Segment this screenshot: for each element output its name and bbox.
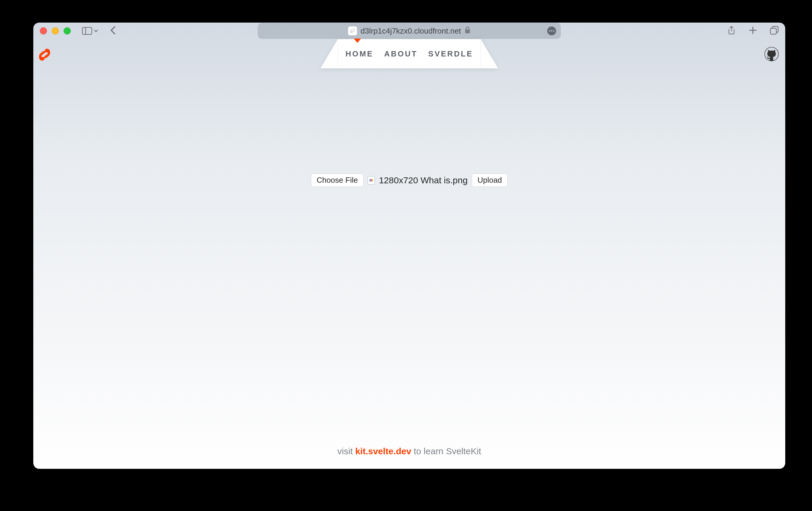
main-nav: HOME ABOUT SVERDLE <box>320 39 498 68</box>
nav-link-sverdle[interactable]: SVERDLE <box>428 49 474 59</box>
minimize-window-button[interactable] <box>52 27 59 34</box>
svelte-logo[interactable] <box>38 47 51 62</box>
nav-wing-left <box>320 39 338 68</box>
traffic-lights <box>40 27 71 34</box>
address-bar-url: d3lrp1c4j7kzx0.cloudfront.net <box>360 26 461 36</box>
maximize-window-button[interactable] <box>64 27 71 34</box>
footer-suffix: to learn SvelteKit <box>411 446 481 456</box>
new-tab-button[interactable] <box>748 26 757 36</box>
footer-link[interactable]: kit.svelte.dev <box>355 446 411 456</box>
sidebar-icon <box>82 27 92 35</box>
file-input-group[interactable]: Choose File 1280x720 What is.png <box>311 174 467 187</box>
svg-rect-2 <box>465 29 470 33</box>
back-button[interactable] <box>110 26 117 36</box>
plus-icon <box>748 26 757 35</box>
sidebar-toggle-button[interactable] <box>82 27 98 35</box>
upload-form: Choose File 1280x720 What is.png Upload <box>311 174 508 187</box>
svg-rect-3 <box>771 28 776 34</box>
nav-link-home[interactable]: HOME <box>345 49 374 59</box>
browser-window: d3lrp1c4j7kzx0.cloudfront.net <box>33 23 785 469</box>
nav-active-indicator <box>354 39 361 43</box>
svg-rect-0 <box>82 27 92 34</box>
chevron-down-icon <box>94 29 98 33</box>
chevron-left-icon <box>110 26 117 35</box>
choose-file-button[interactable]: Choose File <box>311 174 364 187</box>
nav-link-about[interactable]: ABOUT <box>383 49 418 59</box>
browser-right-controls <box>727 26 779 36</box>
selected-filename: 1280x720 What is.png <box>379 175 468 185</box>
github-link[interactable] <box>764 47 779 61</box>
footer: visit kit.svelte.dev to learn SvelteKit <box>33 446 785 456</box>
tabs-overview-button[interactable] <box>770 26 779 36</box>
site-favicon <box>348 26 357 35</box>
share-button[interactable] <box>727 26 736 36</box>
close-window-button[interactable] <box>40 27 47 34</box>
upload-button[interactable]: Upload <box>472 174 508 187</box>
address-bar[interactable]: d3lrp1c4j7kzx0.cloudfront.net <box>258 23 561 39</box>
nav-body: HOME ABOUT SVERDLE <box>338 39 481 68</box>
share-icon <box>727 26 736 35</box>
footer-prefix: visit <box>337 446 355 456</box>
browser-toolbar: d3lrp1c4j7kzx0.cloudfront.net <box>33 23 785 39</box>
tabs-icon <box>770 26 779 35</box>
nav-wing-right <box>481 39 498 68</box>
svelte-icon <box>350 28 355 34</box>
lock-icon <box>465 26 470 36</box>
ellipsis-icon <box>549 30 554 31</box>
file-type-icon <box>368 176 375 184</box>
page-content: HOME ABOUT SVERDLE Choose File 1280x720 … <box>33 39 785 469</box>
address-bar-more-button[interactable] <box>547 26 556 35</box>
